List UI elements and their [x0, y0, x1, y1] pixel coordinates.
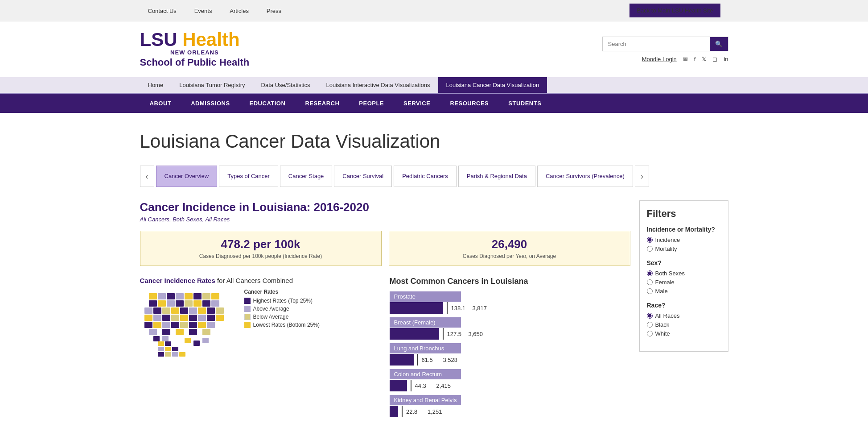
page-title: Louisiana Cancer Data Visualization: [140, 131, 728, 152]
mainnav-research[interactable]: RESEARCH: [295, 94, 349, 113]
svg-rect-44: [176, 329, 184, 335]
filter-white-radio[interactable]: [647, 331, 653, 336]
svg-rect-25: [144, 315, 152, 321]
viz-subtitle: All Cancers, Both Sexes, All Races: [140, 216, 630, 223]
filter-mortality-option[interactable]: Mortality: [647, 245, 721, 252]
tab-cancer-survivors[interactable]: Cancer Survivors (Prevalence): [537, 166, 633, 187]
cancer-label: Prostate: [390, 291, 461, 302]
filter-male-option[interactable]: Male: [647, 288, 721, 295]
svg-rect-30: [189, 315, 197, 321]
search-input[interactable]: [603, 37, 710, 50]
instagram-link[interactable]: ◻: [712, 56, 717, 62]
filter-incidence-label: Incidence or Mortality?: [647, 226, 721, 233]
secnav-data-use[interactable]: Data Use/Statistics: [253, 77, 318, 93]
svg-rect-45: [189, 329, 197, 335]
filter-male-text: Male: [655, 288, 668, 295]
mainnav-education[interactable]: EDUCATION: [240, 94, 296, 113]
legend-highest-swatch: [244, 298, 251, 304]
secnav-home[interactable]: Home: [140, 77, 172, 93]
filter-black-option[interactable]: Black: [647, 321, 721, 328]
tab-pediatric-cancers[interactable]: Pediatric Cancers: [394, 166, 457, 187]
filter-white-option[interactable]: White: [647, 330, 721, 337]
svg-rect-12: [185, 300, 193, 307]
svg-rect-14: [202, 300, 210, 307]
svg-rect-49: [185, 338, 191, 343]
mainnav-resources[interactable]: RESOURCES: [440, 94, 498, 113]
svg-rect-1: [158, 293, 166, 299]
svg-rect-28: [171, 315, 179, 321]
cancer-item: Colon and Rectum 44.3 2,415: [390, 369, 630, 391]
svg-rect-32: [207, 315, 215, 321]
tab-prev-arrow[interactable]: ‹: [140, 166, 154, 187]
filter-white-text: White: [655, 330, 670, 337]
map-title-suffix: for All Cancers Combined: [217, 277, 293, 284]
cancer-bar-divider: [443, 328, 444, 340]
filter-female-option[interactable]: Female: [647, 279, 721, 286]
facebook-link[interactable]: f: [694, 56, 696, 62]
filter-male-radio[interactable]: [647, 288, 653, 294]
mainnav-admissions[interactable]: ADMISSIONS: [181, 94, 239, 113]
search-button[interactable]: 🔍: [710, 37, 728, 51]
svg-rect-16: [144, 307, 152, 314]
filter-sex-label: Sex?: [647, 259, 721, 266]
top-nav-press[interactable]: Press: [267, 8, 281, 14]
cancer-bar-divider: [417, 354, 418, 366]
cancer-item: Prostate 138.1 3,817: [390, 291, 630, 314]
mainnav-students[interactable]: STUDENTS: [498, 94, 551, 113]
secnav-cancer-viz[interactable]: Louisiana Cancer Data Visualization: [438, 77, 547, 93]
cancer-rate: 138.1: [451, 305, 469, 312]
filter-female-text: Female: [655, 279, 675, 286]
cancer-label: Breast (Female): [390, 317, 461, 328]
svg-rect-17: [153, 307, 161, 314]
svg-rect-54: [158, 347, 164, 351]
filter-all-races-radio[interactable]: [647, 313, 653, 319]
mainnav-service[interactable]: SERVICE: [394, 94, 440, 113]
back-to-main-button[interactable]: Back to Main LSU Health Site: [629, 4, 720, 17]
filter-incidence-radio[interactable]: [647, 237, 653, 243]
legend-highest-label: Highest Rates (Top 25%): [253, 298, 313, 304]
secnav-interactive[interactable]: Louisiana Interactive Data Visualization…: [318, 77, 438, 93]
linkedin-link[interactable]: in: [724, 56, 728, 62]
svg-rect-48: [162, 336, 169, 341]
filter-race-group: Race? All Races Black White: [647, 302, 721, 337]
top-nav-articles[interactable]: Articles: [230, 8, 249, 14]
filter-all-races-option[interactable]: All Races: [647, 312, 721, 319]
cancer-cases: 3,817: [473, 305, 487, 312]
svg-rect-9: [158, 300, 166, 307]
mainnav-people[interactable]: PEOPLE: [349, 94, 394, 113]
tab-next-arrow[interactable]: ›: [635, 166, 649, 187]
tab-cancer-survival[interactable]: Cancer Survival: [334, 166, 392, 187]
mainnav-about[interactable]: ABOUT: [140, 94, 181, 113]
svg-rect-58: [165, 352, 171, 357]
svg-rect-7: [211, 293, 219, 299]
tab-types-of-cancer[interactable]: Types of Cancer: [219, 166, 278, 187]
moodle-login-link[interactable]: Moodle Login: [642, 56, 677, 62]
mail-icon-link[interactable]: [683, 56, 688, 62]
filter-both-sexes-text: Both Sexes: [655, 270, 685, 277]
logo-health-text: Health: [182, 29, 239, 50]
top-nav-contact[interactable]: Contact Us: [148, 8, 177, 14]
svg-rect-33: [216, 315, 224, 321]
stat-rate-label: Cases Diagnosed per 100k people (Inciden…: [149, 253, 372, 259]
legend-above-swatch: [244, 306, 251, 312]
svg-rect-36: [162, 322, 170, 328]
tab-cancer-stage[interactable]: Cancer Stage: [280, 166, 333, 187]
svg-rect-51: [202, 338, 209, 343]
twitter-link[interactable]: 𝕏: [702, 56, 706, 62]
filter-black-text: Black: [655, 321, 670, 328]
filter-incidence-option[interactable]: Incidence: [647, 237, 721, 243]
viz-title: Cancer Incidence in Louisiana: 2016-2020: [140, 200, 630, 214]
search-icon: 🔍: [715, 41, 723, 47]
filter-both-sexes-option[interactable]: Both Sexes: [647, 270, 721, 277]
filter-female-radio[interactable]: [647, 279, 653, 285]
svg-rect-15: [211, 300, 219, 307]
cancer-bar: [390, 380, 407, 391]
filter-mortality-radio[interactable]: [647, 246, 653, 252]
secnav-tumor-registry[interactable]: Louisiana Tumor Registry: [171, 77, 253, 93]
tab-parish-regional[interactable]: Parish & Regional Data: [458, 166, 535, 187]
filter-both-sexes-radio[interactable]: [647, 270, 653, 276]
cancer-item: Breast (Female) 127.5 3,650: [390, 317, 630, 340]
tab-cancer-overview[interactable]: Cancer Overview: [156, 166, 218, 187]
top-nav-events[interactable]: Events: [194, 8, 212, 14]
filter-black-radio[interactable]: [647, 322, 653, 328]
